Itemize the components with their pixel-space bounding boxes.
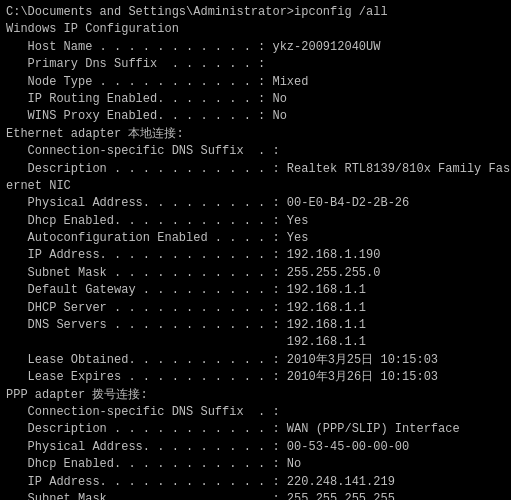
terminal-line: Node Type . . . . . . . . . . . : Mixed — [6, 74, 505, 91]
terminal-line: DHCP Server . . . . . . . . . . . : 192.… — [6, 300, 505, 317]
terminal-line: IP Address. . . . . . . . . . . . : 220.… — [6, 474, 505, 491]
terminal-line: Lease Obtained. . . . . . . . . . : 2010… — [6, 352, 505, 369]
terminal-line: ernet NIC — [6, 178, 505, 195]
terminal-line: Default Gateway . . . . . . . . . : 192.… — [6, 282, 505, 299]
terminal-line: Dhcp Enabled. . . . . . . . . . . : Yes — [6, 213, 505, 230]
terminal-line: Primary Dns Suffix . . . . . . : — [6, 56, 505, 73]
terminal-line: Subnet Mask . . . . . . . . . . . : 255.… — [6, 265, 505, 282]
terminal-line: PPP adapter 拨号连接: — [6, 387, 505, 404]
terminal-line: IP Routing Enabled. . . . . . . : No — [6, 91, 505, 108]
terminal-line: Connection-specific DNS Suffix . : — [6, 143, 505, 160]
terminal-line: 192.168.1.1 — [6, 334, 505, 351]
terminal-line: Ethernet adapter 本地连接: — [6, 126, 505, 143]
terminal-line: Dhcp Enabled. . . . . . . . . . . : No — [6, 456, 505, 473]
terminal-line: IP Address. . . . . . . . . . . . : 192.… — [6, 247, 505, 264]
terminal-window: C:\Documents and Settings\Administrator>… — [0, 0, 511, 500]
terminal-line: Windows IP Configuration — [6, 21, 505, 38]
terminal-line: Connection-specific DNS Suffix . : — [6, 404, 505, 421]
terminal-line: Description . . . . . . . . . . . : Real… — [6, 161, 505, 178]
terminal-line: Description . . . . . . . . . . . : WAN … — [6, 421, 505, 438]
terminal-line: Subnet Mask . . . . . . . . . . . : 255.… — [6, 491, 505, 500]
terminal-line: Host Name . . . . . . . . . . . : ykz-20… — [6, 39, 505, 56]
terminal-line: Lease Expires . . . . . . . . . . : 2010… — [6, 369, 505, 386]
terminal-line: DNS Servers . . . . . . . . . . . : 192.… — [6, 317, 505, 334]
terminal-line: Autoconfiguration Enabled . . . . : Yes — [6, 230, 505, 247]
terminal-line: Physical Address. . . . . . . . . : 00-E… — [6, 195, 505, 212]
terminal-line: WINS Proxy Enabled. . . . . . . : No — [6, 108, 505, 125]
terminal-line: C:\Documents and Settings\Administrator>… — [6, 4, 505, 21]
terminal-line: Physical Address. . . . . . . . . : 00-5… — [6, 439, 505, 456]
